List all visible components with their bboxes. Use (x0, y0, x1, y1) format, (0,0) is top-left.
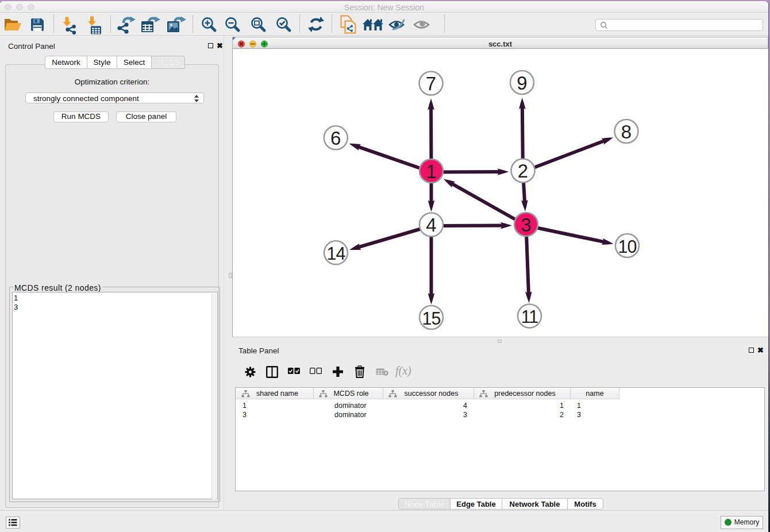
svg-text:2: 2 (518, 160, 528, 182)
svg-text:6: 6 (330, 128, 341, 149)
svg-text:9: 9 (517, 72, 527, 94)
svg-text:1: 1 (426, 161, 436, 182)
svg-text:3: 3 (521, 214, 531, 236)
svg-text:11: 11 (521, 307, 538, 326)
svg-text:14: 14 (327, 244, 346, 263)
svg-text:10: 10 (618, 237, 637, 256)
svg-text:15: 15 (422, 309, 441, 328)
svg-text:4: 4 (426, 214, 436, 236)
svg-text:8: 8 (621, 121, 632, 142)
svg-text:7: 7 (426, 73, 436, 94)
